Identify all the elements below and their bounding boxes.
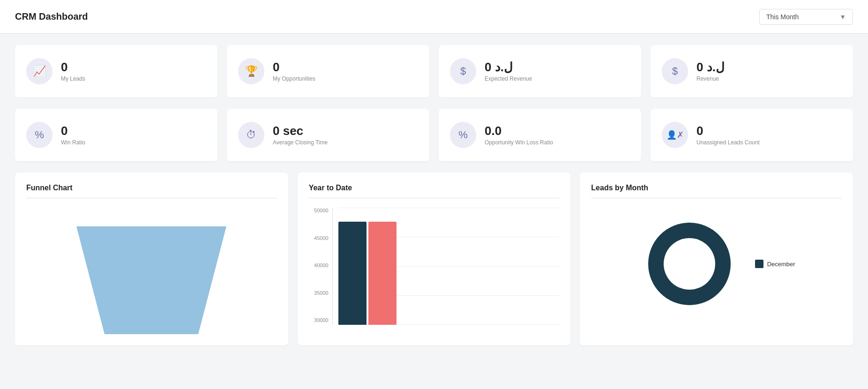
kpi-card-avg-close: ⏱ 0 sec Average Closing Time: [227, 109, 429, 161]
user-x-icon: 👤✗: [666, 130, 684, 140]
funnel-shape: [26, 222, 277, 334]
svg-point-2: [664, 238, 715, 290]
clock-icon: ⏱: [246, 129, 256, 141]
kpi-icon-wrap-leads: 📈: [26, 58, 52, 84]
kpi-icon-wrap-unassigned: 👤✗: [662, 122, 688, 148]
kpi-label-leads: My Leads: [61, 75, 85, 82]
kpi-info-exp-rev: 0 ل.د Expected Revenue: [485, 60, 532, 82]
kpi-value-exp-rev: 0 ل.د: [485, 60, 532, 74]
funnel-svg: [62, 222, 240, 334]
kpi-info-opp: 0 My Opportunities: [273, 60, 315, 82]
funnel-chart-title: Funnel Chart: [26, 184, 277, 192]
bars-area: [332, 208, 560, 325]
kpi-card-unassigned: 👤✗ 0 Unassigned Leads Count: [651, 109, 853, 161]
dollar-icon-exp: $: [460, 65, 466, 77]
kpi-row-2: % 0 Win Ratio ⏱ 0 sec Average Closing Ti…: [15, 109, 853, 161]
svg-marker-0: [76, 226, 226, 334]
trend-up-icon: 📈: [33, 65, 46, 77]
bar-chart-title: Year to Date: [309, 184, 560, 192]
kpi-info-unassigned: 0 Unassigned Leads Count: [696, 124, 760, 146]
kpi-card-win-ratio: % 0 Win Ratio: [15, 109, 217, 161]
kpi-card-revenue: $ 0 ل.د Revenue: [651, 45, 853, 97]
funnel-container: [26, 208, 277, 334]
kpi-label-exp-rev: Expected Revenue: [485, 75, 532, 82]
funnel-chart-card: Funnel Chart: [15, 172, 288, 345]
dollar-icon-rev: $: [672, 65, 678, 77]
page-title: CRM Dashboard: [15, 11, 88, 22]
chevron-down-icon: ▼: [839, 13, 846, 21]
kpi-label-unassigned: Unassigned Leads Count: [696, 139, 760, 146]
y-label-30000: 30000: [309, 317, 329, 323]
kpi-value-leads: 0: [61, 60, 85, 74]
kpi-card-opp-wl: % 0.0 Opportunity Win Loss Ratio: [439, 109, 641, 161]
bar-pink: [368, 222, 397, 325]
kpi-icon-wrap-rev: $: [662, 58, 688, 84]
percent-icon-win: %: [35, 129, 44, 141]
donut-legend: December: [755, 260, 795, 268]
kpi-info-avg: 0 sec Average Closing Time: [273, 124, 328, 146]
kpi-value-avg: 0 sec: [273, 124, 328, 138]
donut-chart-title: Leads by Month: [591, 184, 842, 192]
legend-item-december: December: [755, 260, 795, 268]
kpi-value-opp: 0: [273, 60, 315, 74]
kpi-row-1: 📈 0 My Leads 🏆 0 My Opportunities $ 0 ل.…: [15, 45, 853, 97]
bar-divider: [309, 198, 560, 198]
page-header: CRM Dashboard This Month ▼: [0, 0, 868, 34]
kpi-card-expected-revenue: $ 0 ل.د Expected Revenue: [439, 45, 641, 97]
kpi-info-leads: 0 My Leads: [61, 60, 85, 82]
kpi-icon-wrap-exp-rev: $: [450, 58, 476, 84]
charts-row: Funnel Chart Year to Date 50000 45000: [15, 172, 853, 345]
donut-container: December: [591, 208, 842, 315]
bar-chart-card: Year to Date 50000 45000 40000 35000 300…: [298, 172, 571, 345]
kpi-label-avg: Average Closing Time: [273, 139, 328, 146]
donut-svg: [638, 212, 741, 315]
kpi-card-my-leads: 📈 0 My Leads: [15, 45, 217, 97]
y-label-40000: 40000: [309, 262, 329, 268]
kpi-icon-wrap-avg: ⏱: [238, 122, 264, 148]
kpi-label-opp: My Opportunities: [273, 75, 315, 82]
legend-color-december: [755, 260, 763, 268]
bar-chart-inner: 50000 45000 40000 35000 30000: [309, 208, 560, 325]
bar-chart-area: 50000 45000 40000 35000 30000: [309, 208, 560, 325]
kpi-label-opp-wl: Opportunity Win Loss Ratio: [485, 139, 553, 146]
y-axis: 50000 45000 40000 35000 30000: [309, 208, 332, 325]
kpi-info-rev: 0 ل.د Revenue: [696, 60, 725, 82]
y-label-45000: 45000: [309, 235, 329, 241]
y-label-35000: 35000: [309, 290, 329, 296]
kpi-icon-wrap-opp-wl: %: [450, 122, 476, 148]
kpi-icon-wrap-win: %: [26, 122, 52, 148]
donut-chart-card: Leads by Month December: [580, 172, 853, 345]
bar-group: [338, 208, 397, 325]
main-content: 📈 0 My Leads 🏆 0 My Opportunities $ 0 ل.…: [0, 34, 868, 357]
kpi-value-opp-wl: 0.0: [485, 124, 553, 138]
kpi-label-win: Win Ratio: [61, 139, 85, 146]
kpi-icon-wrap-opp: 🏆: [238, 58, 264, 84]
percent-icon-opp: %: [458, 129, 468, 141]
donut-divider: [591, 198, 842, 198]
kpi-info-win: 0 Win Ratio: [61, 124, 85, 146]
funnel-divider: [26, 198, 277, 198]
kpi-value-unassigned: 0: [696, 124, 760, 138]
period-label: This Month: [766, 13, 799, 21]
bar-dark: [338, 222, 367, 325]
trophy-icon: 🏆: [245, 65, 258, 77]
period-selector[interactable]: This Month ▼: [759, 9, 853, 25]
legend-label-december: December: [767, 261, 795, 268]
y-label-50000: 50000: [309, 208, 329, 213]
kpi-info-opp-wl: 0.0 Opportunity Win Loss Ratio: [485, 124, 553, 146]
kpi-card-my-opportunities: 🏆 0 My Opportunities: [227, 45, 429, 97]
kpi-label-rev: Revenue: [696, 75, 725, 82]
kpi-value-win: 0: [61, 124, 85, 138]
kpi-value-rev: 0 ل.د: [696, 60, 725, 74]
